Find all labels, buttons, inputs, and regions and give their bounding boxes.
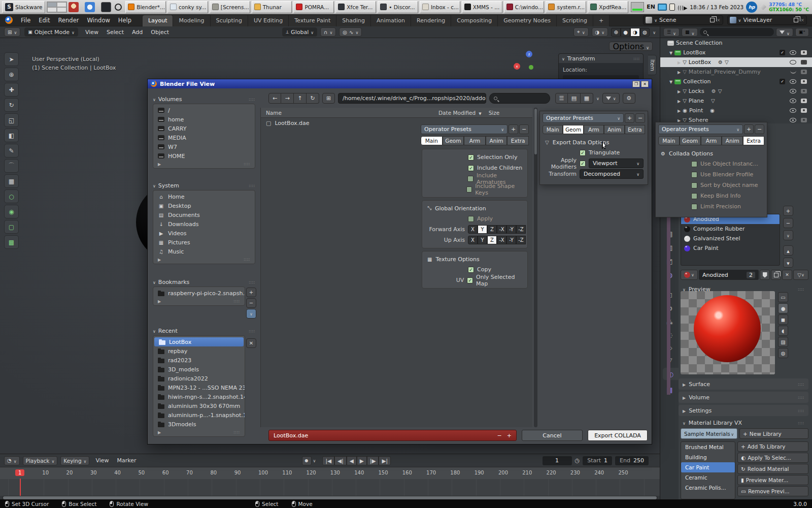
render-camera-icon[interactable] (801, 79, 807, 84)
outliner-row-material-preview-dummy[interactable]: Material_Preview_Dummy (660, 67, 812, 77)
collada-option-row[interactable]: Limit Precision (656, 201, 767, 212)
bookmarks-header[interactable]: Bookmarks (153, 277, 255, 287)
collada-option-row[interactable]: Keep Bind Info (656, 190, 767, 201)
checkbox[interactable] (466, 186, 472, 193)
export-tab[interactable]: Arm (701, 136, 722, 145)
search-icon[interactable] (115, 4, 122, 11)
export-tab[interactable]: Extra (743, 136, 764, 145)
library-material-item[interactable]: Ceramic (681, 472, 735, 483)
path-field[interactable]: /home/cest/.wine/drive_c/Prog...ropships… (338, 93, 486, 104)
browser-dropdown-icon[interactable] (96, 2, 99, 12)
recent-item[interactable]: rad2023 (153, 356, 245, 365)
decrement-icon[interactable]: − (497, 432, 502, 439)
checkbox[interactable] (468, 216, 474, 222)
workspace-tab[interactable]: UV Editing (248, 15, 289, 26)
export-tab[interactable]: Extra (507, 136, 529, 145)
export-tab[interactable]: Geom (443, 136, 464, 145)
scale-tool[interactable]: ◱ (4, 113, 19, 127)
close-button[interactable]: ✕ (641, 81, 649, 87)
settings-section-header[interactable]: Settings (679, 405, 808, 416)
operator-presets-dropdown[interactable]: Operator Presets (421, 124, 507, 134)
library-action-button[interactable]: ▭ Remove Previ... (737, 486, 808, 496)
recent-item[interactable]: repbay (153, 346, 245, 356)
timeline-view-menu[interactable]: View (95, 457, 109, 464)
show-gizmo-toggle[interactable]: ⌖ (573, 27, 589, 37)
render-camera-icon[interactable] (801, 50, 807, 55)
clock[interactable]: 18:36 / 13 Feb 2023 (690, 4, 743, 10)
render-camera-icon[interactable] (801, 108, 807, 113)
axis-button[interactable]: Y (478, 236, 487, 244)
material-slot[interactable]: Composite Rubber (681, 224, 780, 234)
workspace-3[interactable] (47, 7, 57, 12)
library-material-item[interactable]: Ceramic Polis... (681, 483, 735, 493)
preview-cloth-button[interactable]: ▨ (778, 337, 788, 347)
create-folder-button[interactable]: ⊞ (322, 93, 335, 104)
system-item[interactable]: ▣Desktop (153, 201, 255, 210)
library-action-button[interactable]: ▮ Preview Mater... (737, 475, 808, 485)
app-launcher-icon[interactable] (69, 2, 79, 12)
jump-to-end-button[interactable]: ▶| (379, 456, 391, 465)
new-collection-button[interactable]: ▣⁺ (795, 28, 809, 37)
render-camera-icon[interactable] (801, 99, 807, 103)
hide-eye-icon[interactable] (790, 108, 796, 113)
new-scene-icon[interactable] (710, 18, 715, 22)
transform-tool[interactable]: ◧ (4, 129, 19, 142)
material-library-section-header[interactable]: Material Library VX (679, 417, 808, 428)
jump-to-start-button[interactable]: |◀ (322, 456, 334, 465)
workspace-tab[interactable]: Layout (143, 15, 173, 26)
axis-button[interactable]: X (468, 236, 478, 244)
clear-recent-button[interactable]: ✕ (246, 338, 256, 348)
checkbox[interactable] (468, 154, 474, 161)
export-tab[interactable]: Anim (486, 136, 507, 145)
operator-presets-dropdown[interactable]: Operator Presets (658, 124, 743, 134)
viewlayer-selector[interactable]: ViewLayer ✕ (727, 15, 807, 25)
taskbar-window-button[interactable]: conky sy... (167, 1, 208, 13)
expand-icon[interactable] (678, 98, 681, 104)
axis-button[interactable]: -X (497, 225, 506, 234)
volume-item[interactable]: W7 (153, 142, 255, 151)
slot-move-down-button[interactable] (783, 258, 793, 268)
auto-keying-button[interactable]: ● (302, 456, 312, 465)
play-reverse-button[interactable]: ◀ (347, 456, 357, 465)
bookmark-item[interactable]: raspberry-pi-pico-2.snapsh... (153, 289, 245, 298)
recent-item[interactable]: 3D_models (153, 365, 245, 374)
export-tab[interactable]: Arm (464, 136, 486, 145)
checkbox[interactable] (691, 193, 697, 199)
add-bookmark-button[interactable]: + (246, 288, 256, 297)
library-material-item[interactable]: Brushed Metal (681, 442, 735, 452)
workspace-tab[interactable]: Scripting (557, 15, 593, 26)
snap-toggle[interactable]: ∩ (320, 27, 336, 37)
viewport-options-button[interactable]: Options (609, 42, 653, 51)
browser-launcher-icon[interactable] (85, 2, 95, 12)
move-tool[interactable]: ✚ (4, 83, 19, 97)
exclude-checkbox[interactable] (780, 50, 785, 55)
refresh-button[interactable]: ↻ (307, 93, 319, 104)
checkbox[interactable] (580, 161, 586, 167)
workspace-tab[interactable]: Shading (336, 15, 371, 26)
library-material-item[interactable]: Car Paint (681, 462, 735, 472)
taskbar-window-button[interactable]: C:\windo... (504, 1, 545, 13)
export-tab[interactable]: Geom (563, 125, 583, 134)
system-item[interactable]: ↓Downloads (153, 219, 255, 229)
menu-item[interactable]: Render (54, 17, 83, 24)
browse-material-button[interactable] (681, 270, 698, 280)
recent-item[interactable]: aluminium-p...-1.snapshot.1 (153, 410, 245, 420)
outliner-filter-button[interactable] (776, 28, 793, 37)
date-column-header[interactable]: Date Modified (438, 110, 476, 116)
timeline-marker-menu[interactable]: Marker (117, 457, 137, 464)
apply-modifiers-dropdown[interactable]: Viewport (589, 158, 644, 168)
select-box-tool[interactable]: ➤ (4, 52, 19, 66)
remove-preset-button[interactable]: − (635, 113, 645, 123)
taskbar-window-button[interactable]: XMMS - ... (462, 1, 502, 13)
library-action-button[interactable]: ↻ Reload Material (737, 464, 808, 474)
users-count-badge[interactable]: 2 (747, 272, 755, 278)
add-preset-button[interactable]: + (509, 124, 518, 134)
menu-item[interactable]: File (17, 17, 35, 24)
system-item[interactable]: ▶Videos (153, 229, 255, 238)
outliner-row-plane[interactable]: Plane (660, 96, 812, 106)
apply-orientation-row[interactable]: Apply (422, 213, 527, 224)
export-tab[interactable]: Anim (722, 136, 743, 145)
render-camera-icon[interactable] (801, 60, 807, 65)
workspace-tab[interactable]: + (593, 15, 610, 26)
keyboard-layout[interactable]: EN (647, 4, 655, 10)
